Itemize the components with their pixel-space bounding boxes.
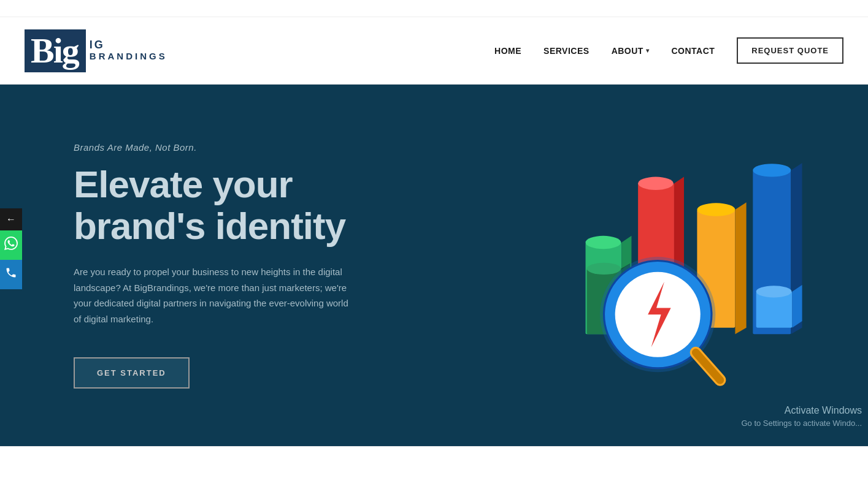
header: Big IG BRANDINGS HOME SERVICES ABOUT ▾ C… bbox=[0, 17, 868, 85]
svg-marker-11 bbox=[735, 202, 746, 334]
bar-lightblue-small bbox=[756, 285, 802, 328]
nav-home[interactable]: HOME bbox=[494, 46, 521, 56]
svg-point-4 bbox=[638, 177, 674, 190]
logo-brandings-bottom: BRANDINGS bbox=[90, 50, 167, 63]
hero-content: Brands Are Made, Not Born. Elevate your … bbox=[74, 142, 350, 389]
get-started-button[interactable]: GET STARTED bbox=[74, 357, 190, 389]
svg-point-16 bbox=[756, 286, 792, 297]
sidebar-toggle-button[interactable]: ← bbox=[0, 208, 22, 230]
hero-title: Elevate your brand's identity bbox=[74, 164, 350, 247]
svg-point-10 bbox=[697, 203, 735, 216]
about-dropdown-arrow: ▾ bbox=[646, 47, 650, 54]
logo-big-letter: Big bbox=[25, 29, 86, 72]
svg-point-13 bbox=[753, 164, 791, 176]
logo-text: IG BRANDINGS bbox=[86, 39, 167, 63]
svg-marker-17 bbox=[793, 285, 802, 328]
sidebar-phone-button[interactable] bbox=[0, 260, 22, 289]
top-bar bbox=[0, 0, 868, 17]
hero-description: Are you ready to propel your business to… bbox=[74, 264, 350, 327]
sidebar-whatsapp-button[interactable] bbox=[0, 230, 22, 260]
logo-brandings-top: IG bbox=[90, 39, 167, 50]
svg-line-23 bbox=[696, 352, 720, 380]
chart-svg bbox=[537, 124, 831, 406]
whatsapp-icon bbox=[4, 237, 18, 253]
main-nav: HOME SERVICES ABOUT ▾ CONTACT REQUEST QU… bbox=[494, 37, 843, 64]
bottom-strip bbox=[0, 446, 868, 483]
svg-point-1 bbox=[586, 236, 621, 249]
windows-notice: Activate Windows Go to Settings to activ… bbox=[741, 405, 862, 428]
request-quote-button[interactable]: REQUEST QUOTE bbox=[737, 37, 843, 64]
hero-tagline: Brands Are Made, Not Born. bbox=[74, 142, 350, 153]
phone-icon bbox=[5, 267, 17, 282]
arrow-left-icon: ← bbox=[6, 214, 16, 225]
windows-notice-subtitle: Go to Settings to activate Windo... bbox=[741, 419, 862, 428]
windows-notice-title: Activate Windows bbox=[741, 405, 862, 416]
nav-contact[interactable]: CONTACT bbox=[671, 46, 715, 56]
nav-services[interactable]: SERVICES bbox=[543, 46, 590, 56]
hero-section: Brands Are Made, Not Born. Elevate your … bbox=[0, 85, 868, 446]
svg-point-7 bbox=[587, 263, 621, 275]
sidebar-social: ← bbox=[0, 208, 22, 289]
logo[interactable]: Big IG BRANDINGS bbox=[25, 29, 167, 72]
hero-illustration bbox=[537, 124, 831, 406]
nav-about[interactable]: ABOUT ▾ bbox=[612, 46, 650, 56]
